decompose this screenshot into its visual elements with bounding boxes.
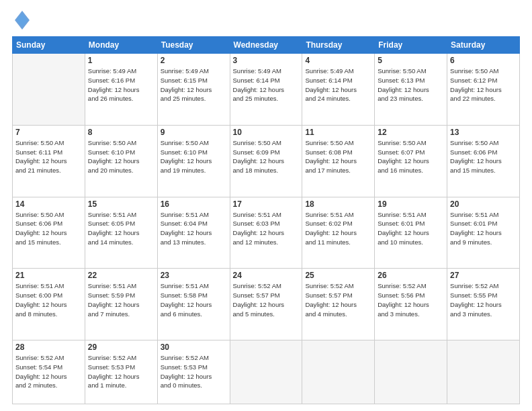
day-number: 24 bbox=[233, 271, 300, 280]
day-info: Sunrise: 5:52 AMSunset: 5:53 PMDaylight:… bbox=[161, 353, 227, 390]
calendar-cell: 26Sunrise: 5:52 AMSunset: 5:56 PMDayligh… bbox=[375, 269, 447, 340]
day-number: 11 bbox=[305, 128, 371, 137]
calendar-cell: 22Sunrise: 5:51 AMSunset: 5:59 PMDayligh… bbox=[85, 269, 157, 340]
day-info: Sunrise: 5:50 AMSunset: 6:10 PMDaylight:… bbox=[161, 138, 227, 175]
calendar-cell: 7Sunrise: 5:50 AMSunset: 6:11 PMDaylight… bbox=[13, 125, 85, 197]
week-row-2: 7Sunrise: 5:50 AMSunset: 6:11 PMDaylight… bbox=[13, 125, 520, 197]
calendar-cell: 3Sunrise: 5:49 AMSunset: 6:14 PMDaylight… bbox=[230, 54, 302, 126]
day-info: Sunrise: 5:52 AMSunset: 5:53 PMDaylight:… bbox=[88, 353, 154, 390]
week-row-3: 14Sunrise: 5:50 AMSunset: 6:06 PMDayligh… bbox=[13, 197, 520, 269]
day-number: 22 bbox=[88, 271, 154, 280]
day-info: Sunrise: 5:52 AMSunset: 5:54 PMDaylight:… bbox=[15, 353, 82, 390]
day-info: Sunrise: 5:51 AMSunset: 6:05 PMDaylight:… bbox=[88, 210, 154, 247]
calendar-table: SundayMondayTuesdayWednesdayThursdayFrid… bbox=[12, 36, 520, 404]
day-number: 19 bbox=[378, 199, 444, 209]
day-number: 28 bbox=[15, 342, 82, 352]
calendar-cell: 21Sunrise: 5:51 AMSunset: 6:00 PMDayligh… bbox=[13, 269, 85, 340]
day-info: Sunrise: 5:50 AMSunset: 6:08 PMDaylight:… bbox=[305, 138, 371, 175]
day-info: Sunrise: 5:51 AMSunset: 6:02 PMDaylight:… bbox=[305, 210, 371, 247]
weekday-header-monday: Monday bbox=[85, 37, 157, 54]
day-number: 6 bbox=[450, 56, 517, 65]
day-info: Sunrise: 5:52 AMSunset: 5:57 PMDaylight:… bbox=[305, 281, 371, 318]
calendar-cell: 30Sunrise: 5:52 AMSunset: 5:53 PMDayligh… bbox=[157, 340, 230, 404]
day-number: 12 bbox=[378, 128, 444, 137]
day-info: Sunrise: 5:52 AMSunset: 5:55 PMDaylight:… bbox=[450, 281, 517, 318]
calendar-cell bbox=[302, 340, 375, 404]
page: SundayMondayTuesdayWednesdayThursdayFrid… bbox=[0, 0, 532, 411]
day-number: 2 bbox=[161, 56, 227, 65]
weekday-header-tuesday: Tuesday bbox=[157, 37, 230, 54]
calendar-cell: 11Sunrise: 5:50 AMSunset: 6:08 PMDayligh… bbox=[302, 125, 375, 197]
svg-marker-1 bbox=[17, 13, 28, 27]
calendar-cell: 6Sunrise: 5:50 AMSunset: 6:12 PMDaylight… bbox=[447, 54, 520, 126]
day-info: Sunrise: 5:51 AMSunset: 6:03 PMDaylight:… bbox=[233, 210, 300, 247]
day-number: 21 bbox=[15, 271, 82, 280]
logo bbox=[12, 11, 30, 31]
calendar-cell: 28Sunrise: 5:52 AMSunset: 5:54 PMDayligh… bbox=[13, 340, 85, 404]
day-info: Sunrise: 5:52 AMSunset: 5:57 PMDaylight:… bbox=[233, 281, 300, 318]
day-info: Sunrise: 5:50 AMSunset: 6:06 PMDaylight:… bbox=[15, 210, 82, 247]
calendar-cell: 13Sunrise: 5:50 AMSunset: 6:06 PMDayligh… bbox=[447, 125, 520, 197]
day-info: Sunrise: 5:50 AMSunset: 6:10 PMDaylight:… bbox=[88, 138, 154, 175]
calendar-cell bbox=[230, 340, 302, 404]
day-info: Sunrise: 5:50 AMSunset: 6:11 PMDaylight:… bbox=[15, 138, 82, 175]
weekday-header-row: SundayMondayTuesdayWednesdayThursdayFrid… bbox=[13, 37, 520, 54]
weekday-header-saturday: Saturday bbox=[447, 37, 520, 54]
logo-icon bbox=[15, 11, 30, 30]
weekday-header-thursday: Thursday bbox=[302, 37, 375, 54]
day-info: Sunrise: 5:50 AMSunset: 6:13 PMDaylight:… bbox=[378, 66, 444, 103]
day-info: Sunrise: 5:51 AMSunset: 6:01 PMDaylight:… bbox=[378, 210, 444, 247]
day-number: 7 bbox=[15, 128, 82, 137]
week-row-5: 28Sunrise: 5:52 AMSunset: 5:54 PMDayligh… bbox=[13, 340, 520, 404]
day-info: Sunrise: 5:51 AMSunset: 6:00 PMDaylight:… bbox=[15, 281, 82, 318]
calendar-cell: 10Sunrise: 5:50 AMSunset: 6:09 PMDayligh… bbox=[230, 125, 302, 197]
day-number: 8 bbox=[88, 128, 154, 137]
calendar-cell: 14Sunrise: 5:50 AMSunset: 6:06 PMDayligh… bbox=[13, 197, 85, 269]
day-number: 26 bbox=[378, 271, 444, 280]
day-number: 10 bbox=[233, 128, 300, 137]
calendar-cell: 4Sunrise: 5:49 AMSunset: 6:14 PMDaylight… bbox=[302, 54, 375, 126]
weekday-header-sunday: Sunday bbox=[13, 37, 85, 54]
day-number: 1 bbox=[88, 56, 154, 65]
day-number: 25 bbox=[305, 271, 371, 280]
day-info: Sunrise: 5:50 AMSunset: 6:09 PMDaylight:… bbox=[233, 138, 300, 175]
day-number: 29 bbox=[88, 342, 154, 352]
calendar-cell: 15Sunrise: 5:51 AMSunset: 6:05 PMDayligh… bbox=[85, 197, 157, 269]
calendar-cell: 9Sunrise: 5:50 AMSunset: 6:10 PMDaylight… bbox=[157, 125, 230, 197]
calendar-cell: 27Sunrise: 5:52 AMSunset: 5:55 PMDayligh… bbox=[447, 269, 520, 340]
day-number: 30 bbox=[161, 342, 227, 352]
day-number: 9 bbox=[161, 128, 227, 137]
calendar-cell: 24Sunrise: 5:52 AMSunset: 5:57 PMDayligh… bbox=[230, 269, 302, 340]
calendar-cell: 19Sunrise: 5:51 AMSunset: 6:01 PMDayligh… bbox=[375, 197, 447, 269]
day-info: Sunrise: 5:51 AMSunset: 5:58 PMDaylight:… bbox=[161, 281, 227, 318]
calendar-cell: 23Sunrise: 5:51 AMSunset: 5:58 PMDayligh… bbox=[157, 269, 230, 340]
day-info: Sunrise: 5:51 AMSunset: 5:59 PMDaylight:… bbox=[88, 281, 154, 318]
day-info: Sunrise: 5:49 AMSunset: 6:14 PMDaylight:… bbox=[305, 66, 371, 103]
day-info: Sunrise: 5:52 AMSunset: 5:56 PMDaylight:… bbox=[378, 281, 444, 318]
calendar-cell: 20Sunrise: 5:51 AMSunset: 6:01 PMDayligh… bbox=[447, 197, 520, 269]
calendar-cell: 18Sunrise: 5:51 AMSunset: 6:02 PMDayligh… bbox=[302, 197, 375, 269]
calendar-cell: 29Sunrise: 5:52 AMSunset: 5:53 PMDayligh… bbox=[85, 340, 157, 404]
calendar-cell: 2Sunrise: 5:49 AMSunset: 6:15 PMDaylight… bbox=[157, 54, 230, 126]
calendar-cell: 17Sunrise: 5:51 AMSunset: 6:03 PMDayligh… bbox=[230, 197, 302, 269]
day-number: 15 bbox=[88, 199, 154, 209]
day-info: Sunrise: 5:49 AMSunset: 6:16 PMDaylight:… bbox=[88, 66, 154, 103]
day-info: Sunrise: 5:50 AMSunset: 6:07 PMDaylight:… bbox=[378, 138, 444, 175]
calendar-cell bbox=[447, 340, 520, 404]
calendar-cell bbox=[13, 54, 85, 126]
day-number: 13 bbox=[450, 128, 517, 137]
day-info: Sunrise: 5:51 AMSunset: 6:04 PMDaylight:… bbox=[161, 210, 227, 247]
weekday-header-wednesday: Wednesday bbox=[230, 37, 302, 54]
calendar-cell: 5Sunrise: 5:50 AMSunset: 6:13 PMDaylight… bbox=[375, 54, 447, 126]
day-number: 23 bbox=[161, 271, 227, 280]
day-number: 16 bbox=[161, 199, 227, 209]
day-info: Sunrise: 5:50 AMSunset: 6:06 PMDaylight:… bbox=[450, 138, 517, 175]
day-number: 18 bbox=[305, 199, 371, 209]
day-number: 14 bbox=[15, 199, 82, 209]
week-row-1: 1Sunrise: 5:49 AMSunset: 6:16 PMDaylight… bbox=[13, 54, 520, 126]
weekday-header-friday: Friday bbox=[375, 37, 447, 54]
day-info: Sunrise: 5:50 AMSunset: 6:12 PMDaylight:… bbox=[450, 66, 517, 103]
day-number: 17 bbox=[233, 199, 300, 209]
calendar-cell bbox=[375, 340, 447, 404]
day-info: Sunrise: 5:51 AMSunset: 6:01 PMDaylight:… bbox=[450, 210, 517, 247]
